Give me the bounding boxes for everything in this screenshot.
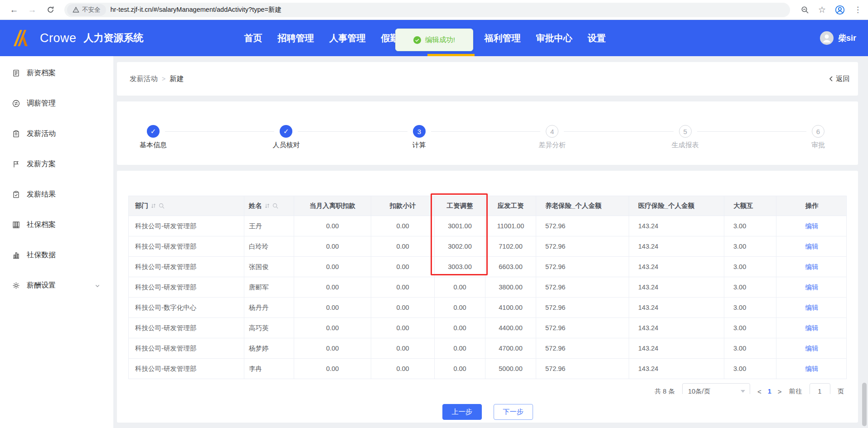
breadcrumb-link[interactable]: 发薪活动 [130, 74, 158, 84]
edit-row-button[interactable]: 编辑 [805, 222, 819, 231]
sidebar-item-payroll-activity[interactable]: 发薪活动 [0, 119, 113, 149]
wizard-footer: 上一步 下一步 [128, 404, 847, 420]
cell-deduction-month: 0.00 [294, 338, 371, 358]
nav-item[interactable]: 福利管理 [485, 20, 521, 56]
cell-medical-personal: 143.24 [629, 236, 724, 256]
sidebar-item-payroll-result[interactable]: 发薪结果 [0, 179, 113, 210]
edit-row-button[interactable]: 编辑 [805, 242, 819, 251]
cell-gross-pay: 6603.00 [485, 257, 536, 277]
next-step-button[interactable]: 下一步 [494, 404, 533, 420]
sidebar-item-salary-adjust[interactable]: 调薪管理 [0, 88, 113, 119]
user-menu[interactable]: 柴sir [820, 20, 856, 56]
cell-gross-pay: 11001.00 [485, 216, 536, 236]
step-circle: 5 [679, 125, 692, 138]
avatar [820, 31, 834, 45]
next-page-button[interactable]: > [778, 388, 782, 394]
step-circle: 6 [812, 125, 824, 138]
goto-page-input[interactable] [810, 383, 830, 394]
file-text-icon [12, 69, 20, 77]
cell-gross-pay: 3800.00 [485, 277, 536, 297]
cell-deduction-subtotal: 0.00 [371, 257, 435, 277]
zoom-out-icon[interactable] [801, 6, 809, 14]
back-button[interactable]: 返回 [828, 74, 850, 84]
step-circle: 4 [546, 125, 558, 138]
cell-medical-personal: 143.24 [629, 298, 724, 317]
cell-pension-personal: 572.96 [536, 359, 629, 379]
cell-gross-pay: 4100.00 [485, 298, 536, 317]
page-size-select[interactable]: 10条/页 [682, 383, 750, 394]
sidebar-item-salary-archive[interactable]: 薪资档案 [0, 58, 113, 88]
cell-mutual-aid: 3.00 [724, 257, 776, 277]
nav-item[interactable]: 设置 [588, 20, 606, 56]
cell-dept: 科技公司-研发管理部 [129, 359, 244, 379]
search-icon[interactable] [272, 203, 278, 209]
step-connector [298, 131, 407, 132]
current-page[interactable]: 1 [768, 388, 771, 394]
cell-salary-adjust: 0.00 [435, 277, 485, 297]
browser-forward-button[interactable]: → [25, 3, 39, 17]
edit-row-button[interactable]: 编辑 [805, 283, 819, 292]
sort-icon[interactable] [150, 203, 156, 209]
col-header-actions: 操作 [776, 196, 847, 216]
cell-pension-personal: 572.96 [536, 318, 629, 338]
edit-row-button[interactable]: 编辑 [805, 365, 819, 373]
sort-icon[interactable] [264, 203, 270, 209]
prev-step-button[interactable]: 上一步 [442, 404, 482, 420]
clipboard-check-icon [12, 191, 20, 198]
nav-item[interactable]: 首页 [244, 20, 262, 56]
edit-row-button[interactable]: 编辑 [805, 344, 819, 353]
cell-name: 白玲玲 [244, 236, 294, 256]
step-circle: ✓ [280, 125, 292, 138]
cell-dept: 科技公司-研发管理部 [129, 257, 244, 277]
browser-chrome: ← → 不安全 hr-test.zjf-it.cn/#/salaryManage… [0, 0, 868, 20]
bookmark-star-icon[interactable]: ☆ [818, 5, 826, 14]
nav-item[interactable]: 人事管理 [330, 20, 366, 56]
browser-back-button[interactable]: ← [7, 3, 21, 17]
cell-salary-adjust: 3001.00 [435, 216, 485, 236]
goto-label: 前往 [789, 387, 802, 394]
cell-dept: 科技公司-研发管理部 [129, 277, 244, 297]
nav-item[interactable]: 审批中心 [536, 20, 572, 56]
col-header-medical-personal: 医疗保险_个人金额 [629, 196, 724, 216]
success-check-icon [413, 36, 421, 44]
breadcrumb-separator-icon: > [162, 75, 165, 82]
browser-menu-icon[interactable]: ⋮ [854, 5, 862, 14]
col-header-salary-adjust: 工资调整 [435, 196, 485, 216]
crowe-logo-icon [14, 30, 34, 46]
step-label: 基本信息 [140, 141, 167, 149]
cell-medical-personal: 143.24 [629, 359, 724, 379]
step-label: 审批 [811, 141, 825, 149]
edit-row-button[interactable]: 编辑 [805, 324, 819, 332]
cell-deduction-month: 0.00 [294, 277, 371, 297]
url-bar[interactable]: 不安全 hr-test.zjf-it.cn/#/salaryManagement… [64, 3, 790, 17]
browser-refresh-button[interactable] [44, 3, 57, 17]
cell-deduction-subtotal: 0.00 [371, 359, 435, 379]
page-scrollbar-thumb[interactable] [862, 383, 867, 426]
nav-item[interactable]: 招聘管理 [278, 20, 314, 56]
sidebar-item-social-archive[interactable]: 社保档案 [0, 210, 113, 240]
sidebar-item-salary-settings[interactable]: 薪酬设置 [0, 270, 113, 301]
prev-page-button[interactable]: < [757, 388, 761, 394]
breadcrumb-current: 新建 [170, 74, 184, 84]
search-icon[interactable] [159, 203, 165, 209]
browser-profile-icon[interactable] [835, 5, 845, 15]
cell-dept: 科技公司-研发管理部 [129, 338, 244, 358]
step-connector [165, 131, 274, 132]
cell-mutual-aid: 3.00 [724, 236, 776, 256]
cell-medical-personal: 143.24 [629, 338, 724, 358]
security-chip[interactable]: 不安全 [67, 4, 106, 16]
app-title: 人力资源系统 [84, 31, 144, 45]
cell-gross-pay: 7102.00 [485, 236, 536, 256]
cell-pension-personal: 572.96 [536, 216, 629, 236]
edit-row-button[interactable]: 编辑 [805, 263, 819, 271]
sidebar-item-social-data[interactable]: 社保数据 [0, 240, 113, 270]
edit-row-button[interactable]: 编辑 [805, 303, 819, 312]
col-header-deduction-subtotal: 扣款小计 [371, 196, 435, 216]
cell-deduction-subtotal: 0.00 [371, 298, 435, 317]
col-header-mutual-aid: 大额互 [724, 196, 776, 216]
sidebar-item-payroll-plan[interactable]: 发薪方案 [0, 149, 113, 179]
table-row: 科技公司-研发管理部 白玲玲 0.00 0.00 3002.00 7102.00… [129, 236, 846, 257]
cell-mutual-aid: 3.00 [724, 298, 776, 317]
archive-icon [12, 221, 20, 229]
cell-mutual-aid: 3.00 [724, 216, 776, 236]
